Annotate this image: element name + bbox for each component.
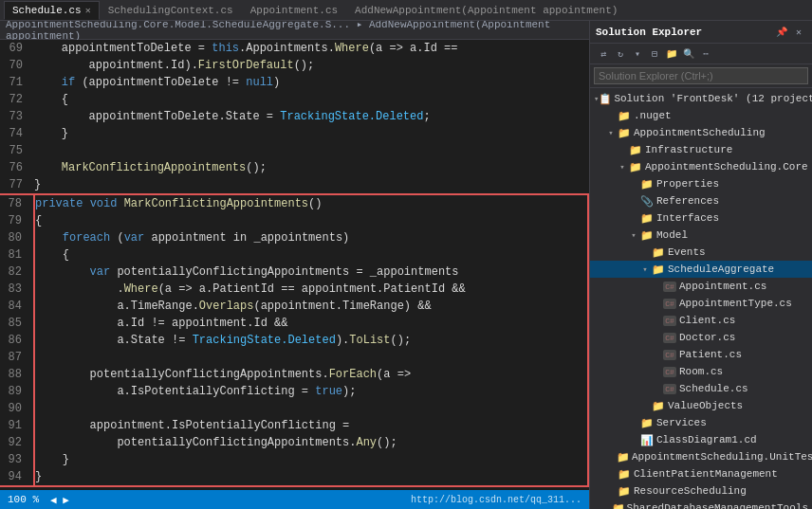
tree-item-schedule-aggregate[interactable]: ▾📁ScheduleAggregate (590, 261, 812, 278)
tree-label: Patient.cs (679, 349, 742, 360)
line-number: 86 (0, 332, 34, 349)
toolbar-icon-4[interactable]: ⊟ (647, 46, 662, 62)
search-input[interactable] (594, 67, 808, 84)
tree-icon: 📁 (639, 229, 655, 242)
tree-label: ResourceScheduling (634, 485, 747, 497)
tree-item-appointment-cs[interactable]: C#Appointment.cs (590, 278, 812, 295)
tree-icon: C# (662, 384, 677, 394)
tree-item-appointment-type-cs[interactable]: C#AppointmentType.cs (590, 295, 812, 312)
solution-explorer-panel: Solution Explorer 📌 ✕ ⇄ ↻ ▾ ⊟ 📁 🔍 ⋯ ▾📋So… (589, 21, 812, 509)
tree-icon: 📊 (639, 434, 655, 446)
tree-item-model[interactable]: ▾📁Model (590, 227, 812, 244)
tree-item-value-objects[interactable]: 📁ValueObjects (590, 397, 812, 414)
line-code: appointmentToDelete = this.Appointments.… (34, 40, 588, 57)
tree-item-solution[interactable]: ▾📋Solution 'FrontDesk' (12 projects) (590, 90, 812, 107)
tab-add-new[interactable]: AddNewAppointment(Appointment appointmen… (346, 1, 626, 20)
tree-item-nuget[interactable]: 📁.nuget (590, 107, 812, 124)
toolbar-icon-6[interactable]: 🔍 (681, 46, 696, 62)
panel-title-bar: Solution Explorer 📌 ✕ (590, 21, 812, 44)
table-row: 83 .Where(a => a.PatientId == appointmen… (0, 281, 588, 298)
tree-arrow[interactable]: ▾ (617, 162, 628, 173)
table-row: 91 appointment.IsPotentiallyConflicting … (0, 417, 588, 434)
table-row: 77} (0, 176, 588, 194)
line-number: 91 (0, 417, 34, 434)
line-number: 83 (0, 281, 34, 298)
tree-item-resource-scheduling[interactable]: 📁ResourceScheduling (590, 482, 812, 500)
table-row: 80 foreach (var appointment in _appointm… (0, 229, 588, 246)
tree-arrow[interactable]: ▾ (628, 230, 639, 241)
table-row: 87 (0, 349, 588, 366)
tree-icon: 📁 (651, 264, 666, 276)
table-row: 84 a.TimeRange.Overlaps(appointment.Time… (0, 298, 588, 315)
tab-scheduling-context[interactable]: SchedulingContext.cs (100, 1, 242, 20)
tree-item-references[interactable]: 📎References (590, 192, 812, 209)
tree-arrow[interactable]: ▾ (639, 264, 651, 275)
tree-item-properties[interactable]: 📁Properties (590, 175, 812, 192)
close-icon[interactable]: ✕ (85, 5, 91, 16)
tree-item-events[interactable]: 📁Events (590, 244, 812, 261)
tree-item-infrastructure[interactable]: 📁Infrastructure (590, 141, 812, 158)
line-code: MarkConflictingAppointments(); (34, 159, 588, 176)
tree-item-client-cs[interactable]: C#Client.cs (590, 312, 812, 329)
tree-item-shared-db[interactable]: 📁SharedDatabaseManagementTools (590, 500, 812, 509)
tree-item-client-patient[interactable]: 📁ClientPatientManagement (590, 465, 812, 482)
tree-item-doctor-cs[interactable]: C#Doctor.cs (590, 329, 812, 346)
line-code: potentiallyConflictingAppointments.ForEa… (34, 366, 588, 383)
line-number: 72 (0, 91, 34, 108)
tab-label: AddNewAppointment(Appointment appointmen… (355, 5, 618, 16)
tree-label: .nuget (634, 110, 672, 121)
tree-icon: 📁 (639, 212, 655, 225)
line-number: 82 (0, 264, 34, 281)
tree-label: Appointment.cs (679, 281, 766, 292)
toolbar-icon-2[interactable]: ↻ (613, 46, 628, 62)
tab-schedule[interactable]: Schedule.cs ✕ (4, 1, 100, 20)
table-row: 92 potentiallyConflictingAppointments.An… (0, 434, 588, 451)
table-row: 69 appointmentToDelete = this.Appointmen… (0, 40, 588, 57)
tree-label: Model (656, 229, 688, 241)
table-row: 89 a.IsPotentiallyConflicting = true); (0, 383, 588, 400)
tree-item-interfaces[interactable]: 📁Interfaces (590, 209, 812, 227)
main-area: AppointmentScheduling.Core.Model.Schedul… (0, 21, 812, 509)
toolbar-icon-7[interactable]: ⋯ (698, 46, 713, 62)
solution-tree[interactable]: ▾📋Solution 'FrontDesk' (12 projects)📁.nu… (590, 88, 812, 509)
line-number: 90 (0, 400, 34, 417)
code-area[interactable]: 69 appointmentToDelete = this.Appointmen… (0, 40, 589, 490)
tree-label: SharedDatabaseManagementTools (627, 502, 808, 509)
tree-label: ClassDiagram1.cd (656, 434, 757, 445)
tree-icon: 📁 (628, 144, 643, 156)
table-row: 71 if (appointmentToDelete != null) (0, 74, 588, 91)
tree-label: AppointmentType.cs (679, 298, 792, 309)
tree-label: Client.cs (679, 315, 735, 326)
toolbar-icon-3[interactable]: ▾ (630, 46, 645, 62)
toolbar-icon-5[interactable]: 📁 (664, 46, 679, 62)
tree-label: Room.cs (679, 366, 723, 377)
tree-item-services[interactable]: 📁Services (590, 414, 812, 431)
search-bar (590, 64, 812, 88)
table-row: 78private void MarkConflictingAppointmen… (0, 194, 588, 212)
tree-label: Properties (656, 178, 719, 190)
tree-arrow[interactable]: ▾ (605, 128, 617, 138)
tree-item-appt-unit-tests[interactable]: 📁AppointmentScheduling.UnitTests (590, 448, 812, 465)
table-row: 74 } (0, 125, 588, 142)
tree-icon: 📁 (639, 417, 655, 429)
tab-label: Schedule.cs (12, 5, 82, 16)
line-code: } (34, 468, 588, 486)
tree-label: Solution 'FrontDesk' (12 projects) (614, 93, 812, 104)
close-panel-icon[interactable]: ✕ (791, 25, 806, 40)
pin-icon[interactable]: 📌 (774, 25, 789, 40)
tree-item-class-diagram[interactable]: 📊ClassDiagram1.cd (590, 431, 812, 448)
tab-appointment[interactable]: Appointment.cs (242, 1, 346, 20)
toolbar-icon-1[interactable]: ⇄ (596, 46, 611, 62)
tree-label: Services (656, 417, 707, 428)
tree-icon: C# (662, 282, 677, 292)
tree-item-room-cs[interactable]: C#Room.cs (590, 363, 812, 380)
tree-item-appt-scheduling[interactable]: ▾📁AppointmentScheduling (590, 124, 812, 141)
tree-item-patient-cs[interactable]: C#Patient.cs (590, 346, 812, 363)
tree-item-appt-core[interactable]: ▾📁AppointmentScheduling.Core (590, 158, 812, 175)
tree-item-schedule-cs[interactable]: C#Schedule.cs (590, 380, 812, 397)
line-number: 76 (0, 159, 34, 176)
solution-toolbar: ⇄ ↻ ▾ ⊟ 📁 🔍 ⋯ (590, 44, 812, 64)
line-number: 88 (0, 366, 34, 383)
tree-label: Infrastructure (645, 144, 732, 155)
tree-label: ClientPatientManagement (634, 468, 778, 480)
